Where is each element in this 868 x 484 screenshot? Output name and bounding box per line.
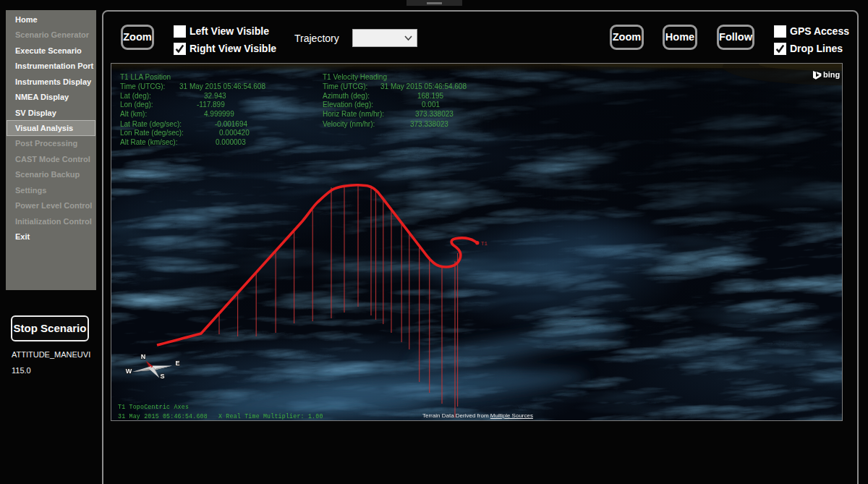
svg-text:bing: bing — [823, 70, 840, 79]
svg-text:W: W — [126, 368, 132, 375]
svg-text:T1: T1 — [481, 241, 488, 247]
svg-text:S: S — [160, 373, 164, 380]
svg-text:N: N — [141, 353, 146, 360]
svg-text:E: E — [175, 360, 179, 367]
